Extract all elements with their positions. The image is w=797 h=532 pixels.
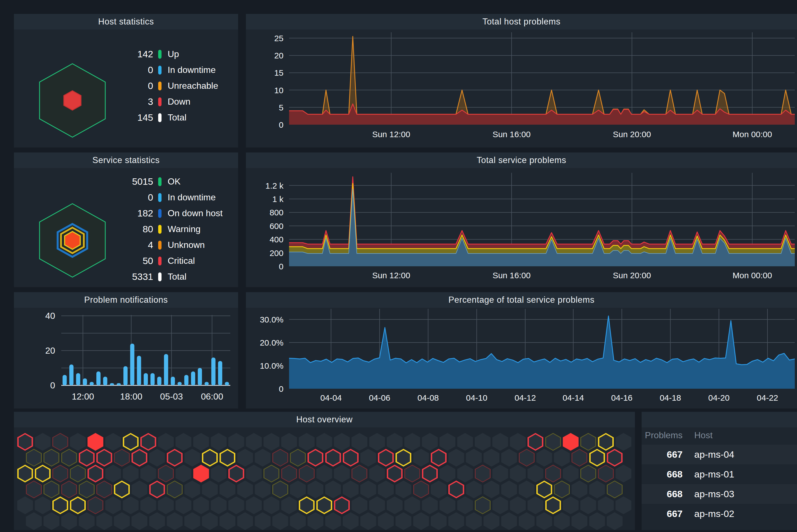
hexagon-host-ok[interactable] xyxy=(466,449,482,467)
hexagon-host-ok[interactable] xyxy=(334,465,350,482)
hexagon-host-ok[interactable] xyxy=(607,512,623,530)
hexagon-host-ok[interactable] xyxy=(105,496,121,514)
hexagon-host-ok[interactable] xyxy=(149,512,165,530)
host-name[interactable]: ap-ms-01 xyxy=(694,469,734,480)
hexagon-host-ok[interactable] xyxy=(131,480,147,498)
hexagon-host-problems[interactable] xyxy=(316,496,332,514)
hexagon-host-ok[interactable] xyxy=(492,496,508,514)
hexagon-host-ok[interactable] xyxy=(211,465,227,482)
hexagon-host-ok[interactable] xyxy=(589,480,605,498)
hexagon-host-down[interactable] xyxy=(193,465,209,482)
hexagon-host-ok[interactable] xyxy=(466,480,482,498)
hexagon-host-ok[interactable] xyxy=(572,480,587,498)
hexagon-host-problems[interactable] xyxy=(96,449,112,467)
hexagon-host-ok[interactable] xyxy=(378,512,394,530)
hexagon-host-ok[interactable] xyxy=(211,433,227,451)
stat-row-total[interactable]: 145Total xyxy=(106,110,218,126)
hexagon-host-ok[interactable] xyxy=(316,465,332,482)
hexagon-host-problems[interactable] xyxy=(527,433,543,451)
hexagon-host-ok[interactable] xyxy=(202,480,218,498)
hexagon-host-ok[interactable] xyxy=(519,512,535,530)
stat-row-unknown[interactable]: 4Unknown xyxy=(106,237,222,253)
hexagon-host-problems[interactable] xyxy=(87,496,103,514)
hexagon-host-ok[interactable] xyxy=(501,480,517,498)
hexagon-host-ok[interactable] xyxy=(35,496,51,514)
hexagon-host-ok[interactable] xyxy=(105,433,121,451)
hexagon-host-ok[interactable] xyxy=(193,433,209,451)
hexagon-host-problems[interactable] xyxy=(61,480,77,498)
hexagon-host-ok[interactable] xyxy=(316,433,332,451)
hexagon-host-problems[interactable] xyxy=(404,465,420,482)
hexagon-host-down[interactable] xyxy=(87,433,103,451)
hexagon-host-ok[interactable] xyxy=(484,449,499,467)
hexagon-host-ok[interactable] xyxy=(246,496,262,514)
hexagon-host-ok[interactable] xyxy=(299,433,315,451)
hexagon-host-problems[interactable] xyxy=(299,465,315,482)
hexagon-host-ok[interactable] xyxy=(140,465,156,482)
column-header-host[interactable]: Host xyxy=(694,430,797,440)
hexagon-host-ok[interactable] xyxy=(448,449,464,467)
hexagon-host-problems[interactable] xyxy=(422,465,438,482)
hexagon-host-ok[interactable] xyxy=(272,512,288,530)
hexagon-host-ok[interactable] xyxy=(360,449,376,467)
stat-row-in-downtime[interactable]: 0In downtime xyxy=(106,62,218,78)
hexagon-host-ok[interactable] xyxy=(264,433,279,451)
hexagon-host-down[interactable] xyxy=(563,433,579,451)
hexagon-host-ok[interactable] xyxy=(369,496,385,514)
hexagon-host-problems[interactable] xyxy=(378,449,394,467)
hexagon-host-ok[interactable] xyxy=(167,512,183,530)
hexagon-host-ok[interactable] xyxy=(281,496,297,514)
hexagon-host-problems[interactable] xyxy=(598,433,614,451)
host-name[interactable]: ap-ms-04 xyxy=(694,449,734,460)
hexagon-host-ok[interactable] xyxy=(475,433,491,451)
hexagon-host-ok[interactable] xyxy=(237,449,253,467)
hexagon-host-ok[interactable] xyxy=(351,496,367,514)
hexagon-host-problems[interactable] xyxy=(307,449,323,467)
hexagon-host-problems[interactable] xyxy=(536,480,552,498)
hexagon-host-ok[interactable] xyxy=(615,433,631,451)
hexagon-host-ok[interactable] xyxy=(131,512,147,530)
hexagon-host-problems[interactable] xyxy=(167,449,183,467)
hexagon-host-ok[interactable] xyxy=(492,465,508,482)
hexagon-host-ok[interactable] xyxy=(598,496,614,514)
hexagon-host-ok[interactable] xyxy=(123,496,139,514)
stat-row-critical[interactable]: 50Critical xyxy=(106,253,222,269)
hexagon-host-ok[interactable] xyxy=(580,496,596,514)
hexagon-host-problems[interactable] xyxy=(598,465,614,482)
hexagon-host-ok[interactable] xyxy=(527,465,543,482)
hexagon-host-problems[interactable] xyxy=(70,465,86,482)
stat-row-down[interactable]: 3Down xyxy=(106,94,218,110)
top-hosts-row[interactable]: 668ap-ms-03 xyxy=(641,484,797,504)
hexagon-host-ok[interactable] xyxy=(219,512,235,530)
hexagon-host-ok[interactable] xyxy=(184,480,200,498)
hexagon-host-ok[interactable] xyxy=(413,449,429,467)
hexagon-host-ok[interactable] xyxy=(360,512,376,530)
hexagon-host-problems[interactable] xyxy=(26,480,42,498)
hexagon-host-problems[interactable] xyxy=(96,480,112,498)
hexagon-host-ok[interactable] xyxy=(492,433,508,451)
hexagon-host-problems[interactable] xyxy=(17,433,33,451)
hexagon-host-ok[interactable] xyxy=(140,496,156,514)
hexagon-host-problems[interactable] xyxy=(395,449,411,467)
hexagon-host-ok[interactable] xyxy=(158,496,174,514)
hexagon-host-problems[interactable] xyxy=(272,449,288,467)
hexagon-host-ok[interactable] xyxy=(228,433,244,451)
hexagon-host-problems[interactable] xyxy=(131,449,147,467)
hexagon-host-ok[interactable] xyxy=(176,496,191,514)
hexagon-host-problems[interactable] xyxy=(475,465,491,482)
hexagon-host-problems[interactable] xyxy=(545,465,561,482)
column-header-problems[interactable]: Problems xyxy=(641,430,683,440)
hexagon-host-ok[interactable] xyxy=(211,496,227,514)
top-hosts-row[interactable]: 667ap-ms-04 xyxy=(641,444,797,464)
hexagon-host-ok[interactable] xyxy=(255,449,271,467)
stat-row-total[interactable]: 5331Total xyxy=(106,269,222,285)
hexagon-host-ok[interactable] xyxy=(158,433,174,451)
hexagon-host-problems[interactable] xyxy=(35,465,51,482)
hexagon-host-ok[interactable] xyxy=(536,449,552,467)
hexagon-host-ok[interactable] xyxy=(70,433,86,451)
hexagon-host-problems[interactable] xyxy=(52,496,68,514)
hexagon-host-ok[interactable] xyxy=(431,480,447,498)
hexagon-host-ok[interactable] xyxy=(395,480,411,498)
hexagon-host-problems[interactable] xyxy=(114,480,130,498)
hexagon-host-ok[interactable] xyxy=(510,465,526,482)
